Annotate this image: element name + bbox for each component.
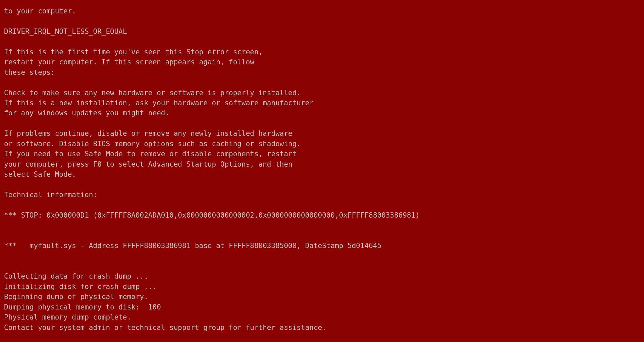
bsod-screen: to your computer. DRIVER_IRQL_NOT_LESS_O… (0, 0, 644, 342)
bsod-text-content: to your computer. DRIVER_IRQL_NOT_LESS_O… (4, 6, 640, 333)
